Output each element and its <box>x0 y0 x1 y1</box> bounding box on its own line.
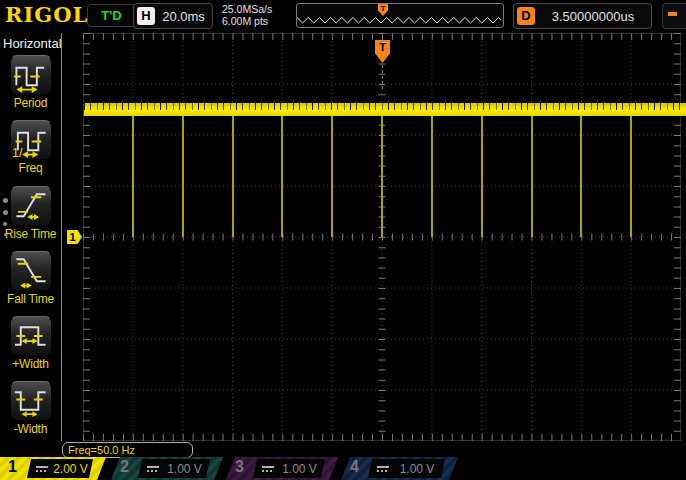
period-icon <box>11 56 51 94</box>
waveform-pulse <box>232 116 234 237</box>
menu-item-label: Fall Time <box>0 292 61 306</box>
dc-coupling-icon <box>377 466 389 472</box>
orange-dash-icon <box>668 12 677 16</box>
fall-time-button[interactable] <box>10 251 52 291</box>
delay-readout: D 3.50000000us <box>513 3 652 29</box>
oscilloscope-screen: RIGOL T'D H 20.0ms 25.0MSa/s 6.00M pts T… <box>0 0 686 480</box>
channel-scale-panel: 2.00 V <box>27 459 93 478</box>
channel-scale: 1.00 V <box>389 462 445 476</box>
rise-time-icon <box>11 187 51 225</box>
waveform-pulse <box>630 116 632 237</box>
acquisition-readout: 25.0MSa/s 6.00M pts <box>222 3 272 27</box>
rigol-logo: RIGOL <box>5 2 88 27</box>
neg-width-icon <box>11 382 51 420</box>
waveform-pulse <box>132 116 134 237</box>
neg-width-button[interactable] <box>10 381 52 421</box>
freq-button[interactable]: 1/ <box>10 120 52 160</box>
channel-number: 1 <box>8 458 17 476</box>
menu-item-period: Period <box>0 55 61 110</box>
channel-scale-panel: 1.00 V <box>253 459 325 478</box>
fall-time-icon <box>11 252 51 290</box>
menu-item-label: +Width <box>0 357 61 371</box>
channel-number: 3 <box>235 458 244 476</box>
channel-status-bar: 1 2.00 V 2 1.00 V 3 1.00 V 4 1.00 V <box>0 457 686 480</box>
timebase-value: 20.0ms <box>155 9 212 24</box>
waveform-preview: T <box>296 3 504 28</box>
waveform-pulse <box>281 116 283 237</box>
horizontal-menu-panel: Horizontal Period 1/ <box>0 30 62 443</box>
trigger-position-line <box>382 65 383 89</box>
waveform-pulse <box>481 116 483 237</box>
waveform-pulse <box>182 116 184 237</box>
memory-depth: 6.00M pts <box>222 15 272 27</box>
d-key-icon: D <box>517 7 535 25</box>
rise-time-button[interactable] <box>10 186 52 226</box>
delay-value: 3.50000000us <box>535 9 651 24</box>
menu-item-label: -Width <box>0 422 61 436</box>
waveform-pulse <box>580 116 582 237</box>
channel-2-status[interactable]: 2 1.00 V <box>111 457 223 480</box>
horizontal-timebase-readout: H 20.0ms <box>133 3 213 29</box>
period-button[interactable] <box>10 55 52 95</box>
waveform-pulse <box>331 116 333 237</box>
channel-scale: 2.00 V <box>48 462 93 476</box>
menu-item-label: Period <box>0 96 61 110</box>
menu-item-neg-width: -Width <box>0 381 61 436</box>
freq-icon: 1/ <box>11 121 51 159</box>
trigger-status-badge: T'D <box>87 4 136 27</box>
menu-item-freq: 1/ Freq <box>0 120 61 175</box>
svg-text:1/: 1/ <box>12 146 23 159</box>
channel1-level-marker[interactable]: 1 <box>67 230 82 244</box>
channel-number: 2 <box>120 458 129 476</box>
menu-title: Horizontal <box>3 36 62 51</box>
waveform-pulse <box>531 116 533 237</box>
menu-item-label: Rise Time <box>0 227 61 241</box>
channel-scale-panel: 1.00 V <box>138 459 210 478</box>
menu-item-pos-width: +Width <box>0 316 61 371</box>
channel-scale-panel: 1.00 V <box>368 459 445 478</box>
menu-separator <box>61 33 62 441</box>
menu-item-rise-time: Rise Time <box>0 186 61 241</box>
grid <box>83 33 681 441</box>
waveform-high-band <box>84 103 686 116</box>
menu-item-fall-time: Fall Time <box>0 251 61 306</box>
pos-width-button[interactable] <box>10 316 52 356</box>
dc-coupling-icon <box>36 466 48 472</box>
menu-corner-indicator <box>662 3 686 29</box>
pos-width-icon <box>11 317 51 355</box>
graticule: T 1 <box>83 33 686 441</box>
waveform-pulse <box>381 116 383 237</box>
channel-scale: 1.00 V <box>274 462 325 476</box>
waveform-pulse <box>431 116 433 237</box>
sample-rate: 25.0MSa/s <box>222 3 272 15</box>
channel-3-status[interactable]: 3 1.00 V <box>226 457 338 480</box>
channel-scale: 1.00 V <box>159 462 210 476</box>
h-key-icon: H <box>137 7 155 25</box>
channel-4-status[interactable]: 4 1.00 V <box>341 457 458 480</box>
top-status-bar: RIGOL T'D H 20.0ms 25.0MSa/s 6.00M pts T… <box>0 0 686 30</box>
dc-coupling-icon <box>147 466 159 472</box>
menu-item-label: Freq <box>0 161 61 175</box>
measurement-readout: Freq=50.0 Hz <box>62 442 193 458</box>
dc-coupling-icon <box>262 466 274 472</box>
channel-number: 4 <box>350 458 359 476</box>
channel-1-status[interactable]: 1 2.00 V <box>0 457 106 480</box>
preview-wave-icon <box>297 4 501 25</box>
